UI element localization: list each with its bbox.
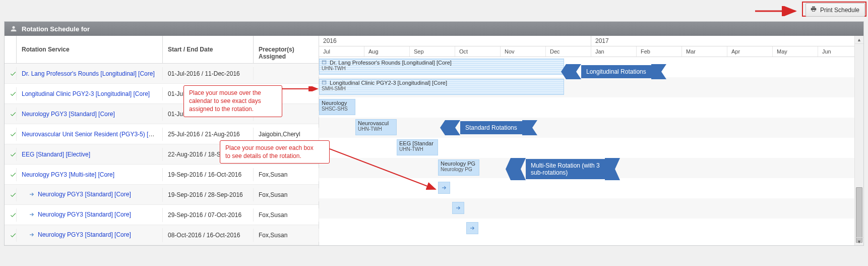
col-preceptor-header[interactable]: Preceptor(s) Assigned <box>254 36 319 63</box>
month-header: May <box>773 46 818 57</box>
left-header-row: Rotation Service Start / End Date Precep… <box>5 36 319 64</box>
rotation-service-link[interactable]: Dr. Lang Professor's Rounds [Longitudina… <box>22 70 155 77</box>
rotation-service-link[interactable]: Neurovascular Unit Senior Resident (PGY3… <box>22 131 157 138</box>
gantt-bar-longitudinal-rounds[interactable]: Dr. Lang Professor's Rounds [Longitudina… <box>319 59 564 75</box>
check-icon <box>10 191 11 198</box>
panel-title: Rotation Schedule for <box>22 25 90 33</box>
callout-line: calendar to see exact days <box>189 97 261 104</box>
bar-subtitle: UHN-TWH <box>322 66 562 71</box>
arrow-right-icon <box>441 185 447 191</box>
arrow-right-icon <box>29 191 35 197</box>
gantt-row <box>319 198 863 219</box>
annotation-label-line1: Multi-Site Rotation (with 3 <box>531 162 600 169</box>
svg-marker-10 <box>522 120 537 135</box>
rotation-service-link[interactable]: Neurology PGY3 [Standard] [Core] <box>22 111 115 118</box>
col-dates-header[interactable]: Start / End Date <box>163 36 254 63</box>
callout-line: assigned to the rotation. <box>189 105 254 113</box>
callout-line: Place your mouse over each box <box>225 144 314 151</box>
bar-title: Neurology <box>322 100 347 106</box>
preceptor-cell <box>254 71 319 77</box>
dates-cell: 01-Jul-2016 / 11-Dec-2016 <box>163 67 254 80</box>
annotation-multisite: Multi-Site Rotation (with 3 sub-rotation… <box>506 158 620 180</box>
rotation-service-link[interactable]: EEG [Standard] [Elective] <box>22 151 90 158</box>
month-header: Dec <box>546 46 591 57</box>
svg-rect-2 <box>813 10 815 11</box>
top-toolbar: Print Schedule <box>0 0 868 21</box>
month-header: Aug <box>364 46 410 57</box>
check-icon <box>10 211 11 219</box>
check-icon <box>10 131 11 138</box>
printer-icon <box>810 6 817 14</box>
check-icon <box>10 151 11 158</box>
bar-title: Dr. Lang Professor's Rounds [Longitudina… <box>330 60 452 66</box>
svg-marker-12 <box>605 158 620 180</box>
dates-cell: 19-Sep-2016 / 16-Oct-2016 <box>163 168 254 181</box>
gantt-bar-neurology-multi[interactable]: Neurology PG Neurology PG <box>438 159 479 176</box>
gantt-bar-neurovascular[interactable]: Neurovascul UHN-TWH <box>355 119 397 135</box>
rotation-service-link[interactable]: Neurology PGY3 [Standard] [Core] <box>38 191 131 198</box>
dates-cell: 08-Oct-2016 / 16-Oct-2016 <box>163 229 254 242</box>
bar-subtitle: SMH-SMH <box>322 86 562 91</box>
annotation-standard: Standard Rotations <box>440 120 537 135</box>
calendar-icon <box>322 60 327 66</box>
annotation-label: Standard Rotations <box>460 121 522 134</box>
right-pane: 2016 2017 JulAugSepOctNovDecJanFebMarApr… <box>319 36 863 245</box>
month-header: Sep <box>410 46 455 57</box>
callout-box-hover: Place your mouse over each box to see de… <box>220 140 330 164</box>
check-icon <box>10 111 11 118</box>
bar-subtitle: UHN-TWH <box>358 126 394 132</box>
month-header: Oct <box>455 46 501 57</box>
print-button-label: Print Schedule <box>820 7 859 14</box>
rotation-schedule-panel: Rotation Schedule for Rotation Service S… <box>4 21 864 246</box>
bar-subtitle: SHSC-SHS <box>322 106 353 112</box>
month-header: Nov <box>501 46 546 57</box>
rotation-service-link[interactable]: Longitudinal Clinic PGY2-3 [Longitudinal… <box>22 90 150 97</box>
arrow-right-icon <box>29 211 35 218</box>
month-header: Mar <box>682 46 727 57</box>
table-row: Dr. Lang Professor's Rounds [Longitudina… <box>5 64 319 84</box>
preceptor-cell: Fox,Susan <box>254 168 319 181</box>
scroll-up-button[interactable]: ▲ <box>855 36 863 44</box>
table-row: Neurology PGY3 [Multi-site] [Core]19-Sep… <box>5 165 319 185</box>
annotation-longitudinal: Longitudinal Rotations <box>561 64 666 79</box>
calendar-icon <box>322 80 327 86</box>
svg-marker-9 <box>440 120 460 135</box>
dates-cell: 29-Sep-2016 / 07-Oct-2016 <box>163 208 254 222</box>
arrow-right-icon <box>469 225 475 231</box>
print-schedule-button[interactable]: Print Schedule <box>805 3 865 17</box>
col-service-header[interactable]: Rotation Service <box>17 36 163 63</box>
svg-marker-7 <box>561 64 581 79</box>
scroll-down-button[interactable]: ▼ <box>855 237 863 245</box>
gantt-bar-neurology-std[interactable]: Neurology SHSC-SHS <box>319 99 355 115</box>
annotation-label-line2: sub-rotations) <box>531 169 568 176</box>
table-row: Neurology PGY3 [Standard] [Core]29-Sep-2… <box>5 205 319 225</box>
scroll-thumb[interactable] <box>856 187 862 243</box>
col-status-header <box>5 36 17 63</box>
gantt-row <box>319 118 863 138</box>
svg-rect-5 <box>322 81 326 84</box>
table-row: Neurology PGY3 [Standard] [Core]19-Sep-2… <box>5 185 319 205</box>
year-2017-header: 2017 <box>591 36 863 46</box>
bar-title: EEG [Standar <box>399 140 433 146</box>
bar-title: Neurology PG <box>441 161 475 167</box>
vertical-scrollbar[interactable]: ▲ ▼ <box>854 36 863 245</box>
month-header-row: JulAugSepOctNovDecJanFebMarAprMayJun <box>319 46 863 57</box>
rotation-service-link[interactable]: Neurology PGY3 [Standard] [Core] <box>38 211 131 218</box>
svg-line-16 <box>330 149 436 189</box>
callout-calendar-hover: Place your mouse over the calendar to se… <box>183 85 282 117</box>
callout-line: to see details of the rotation. <box>225 152 301 159</box>
month-header: Jul <box>319 46 364 57</box>
preceptor-cell: Fox,Susan <box>254 229 319 242</box>
rotation-service-link[interactable]: Neurology PGY3 [Multi-site] [Core] <box>22 171 114 178</box>
dates-cell: 19-Sep-2016 / 28-Sep-2016 <box>163 188 254 201</box>
bar-subtitle: Neurology PG <box>441 167 477 172</box>
rotation-service-link[interactable]: Neurology PGY3 [Standard] [Core] <box>38 231 131 238</box>
gantt-sub-rotation-2[interactable] <box>452 202 464 214</box>
preceptor-cell: Jaigobin,Cheryl <box>254 128 319 141</box>
gantt-sub-rotation-3[interactable] <box>466 222 478 234</box>
arrow-right-icon <box>455 205 461 211</box>
dates-cell: 25-Jul-2016 / 21-Aug-2016 <box>163 128 254 141</box>
person-icon <box>10 25 18 33</box>
svg-marker-8 <box>651 64 666 79</box>
gantt-bar-longitudinal-clinic[interactable]: Longitudinal Clinic PGY2-3 [Longitudinal… <box>319 79 564 95</box>
